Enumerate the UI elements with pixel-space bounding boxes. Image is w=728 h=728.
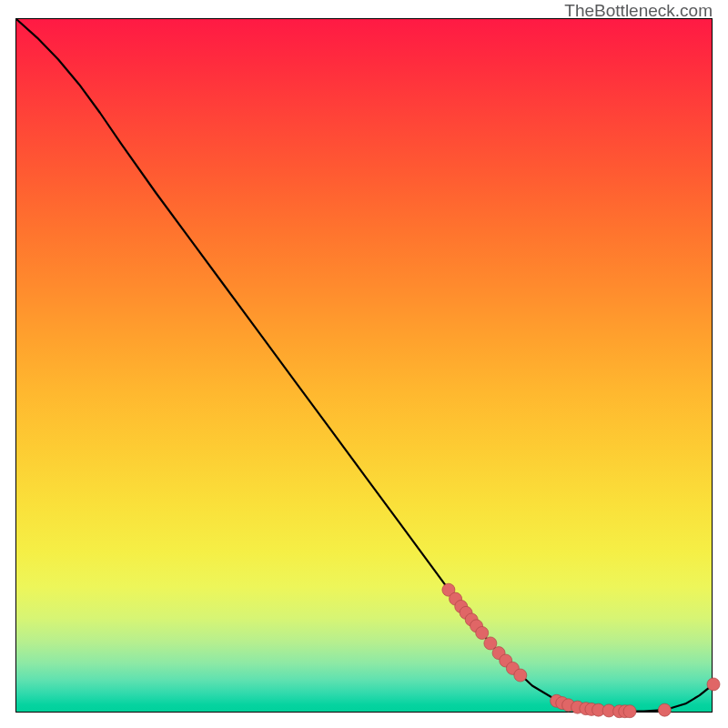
chart-container: TheBottleneck.com: [0, 0, 728, 728]
plot-area: [15, 18, 713, 713]
highlight-dot: [658, 703, 671, 716]
highlight-dot: [514, 669, 527, 682]
highlight-dot: [476, 626, 489, 639]
bottleneck-curve-line: [16, 19, 713, 712]
highlight-dot: [707, 678, 720, 691]
highlight-dot: [623, 705, 636, 718]
chart-svg: [16, 19, 713, 713]
highlight-dots-group: [442, 583, 720, 718]
